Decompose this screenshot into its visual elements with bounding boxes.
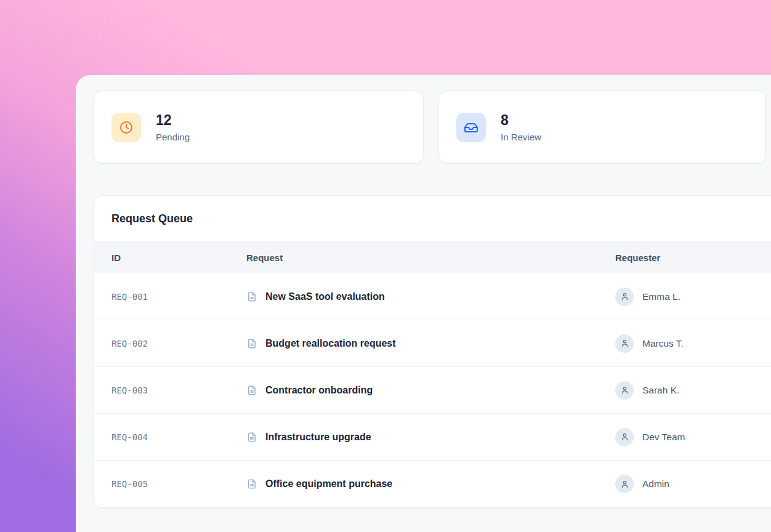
requester-cell: Marcus T. [615, 334, 771, 353]
document-icon [246, 291, 257, 302]
avatar [615, 475, 634, 493]
requester-cell: Emma L. [615, 288, 771, 306]
pending-count: 12 [156, 112, 190, 129]
request-cell: Budget reallocation request [246, 338, 615, 349]
column-header-requester: Requester [615, 252, 771, 263]
main-panel: 12 Pending 8 In Review Request Queue ID … [76, 75, 771, 532]
request-id: REQ-004 [111, 432, 246, 442]
in-review-count: 8 [501, 112, 541, 129]
requester-name: Marcus T. [642, 338, 684, 349]
document-icon [246, 385, 257, 396]
request-cell: Infrastructure upgrade [246, 432, 615, 443]
request-title: Infrastructure upgrade [265, 432, 371, 443]
request-id: REQ-005 [111, 479, 246, 489]
request-cell: Office equipment purchase [246, 478, 615, 490]
stat-text-in-review: 8 In Review [501, 112, 541, 142]
request-cell: Contractor onboarding [246, 385, 615, 396]
request-title: Office equipment purchase [265, 478, 392, 490]
stat-card-in-review: 8 In Review [438, 91, 766, 164]
stat-card-pending: 12 Pending [94, 91, 424, 164]
request-title: New SaaS tool evaluation [265, 291, 385, 302]
document-icon [246, 478, 257, 490]
inbox-icon [456, 113, 486, 142]
pending-label: Pending [156, 132, 190, 142]
avatar [615, 428, 634, 446]
requester-cell: Dev Team [615, 428, 771, 446]
requester-cell: Admin [615, 475, 771, 493]
stat-text-pending: 12 Pending [156, 112, 190, 142]
table-row[interactable]: REQ-004 Infrastructure upgrade [94, 414, 771, 461]
table-row[interactable]: REQ-001 New SaaS tool evaluation [94, 273, 771, 320]
table-header-row: ID Request Requester [94, 241, 771, 273]
request-title: Contractor onboarding [265, 385, 373, 396]
stats-row: 12 Pending 8 In Review [94, 91, 771, 164]
request-id: REQ-002 [111, 339, 246, 349]
requester-name: Sarah K. [642, 385, 679, 396]
document-icon [246, 338, 257, 349]
requester-cell: Sarah K. [615, 381, 771, 400]
request-queue-card: Request Queue ID Request Requester REQ-0… [94, 195, 771, 508]
request-queue-title: Request Queue [94, 196, 771, 241]
avatar [615, 381, 634, 400]
request-cell: New SaaS tool evaluation [246, 291, 615, 302]
request-title: Budget reallocation request [265, 338, 396, 349]
request-id: REQ-003 [111, 385, 246, 395]
column-header-id: ID [111, 252, 246, 263]
requester-name: Admin [642, 478, 669, 490]
in-review-label: In Review [501, 132, 541, 142]
avatar [615, 288, 634, 306]
requester-name: Emma L. [642, 291, 680, 302]
column-header-request: Request [246, 252, 615, 263]
request-id: REQ-001 [111, 292, 246, 302]
avatar [615, 334, 634, 353]
table-row[interactable]: REQ-002 Budget reallocation request [94, 320, 771, 367]
clock-icon [111, 113, 141, 142]
requester-name: Dev Team [642, 432, 685, 443]
table-row[interactable]: REQ-003 Contractor onboarding S [94, 367, 771, 414]
document-icon [246, 432, 257, 443]
table-row[interactable]: REQ-005 Office equipment purchase [94, 461, 771, 507]
